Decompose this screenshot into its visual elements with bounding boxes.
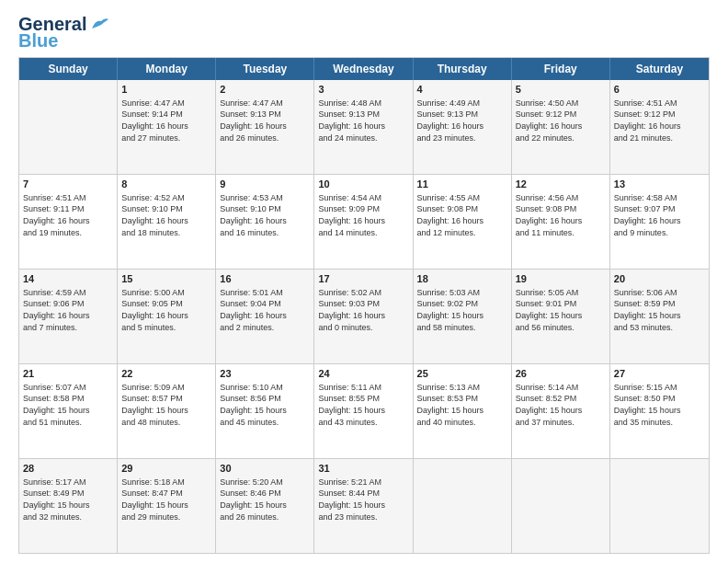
calendar-cell: 17Sunrise: 5:02 AM Sunset: 9:03 PM Dayli…: [314, 270, 413, 363]
calendar-header-day: Friday: [512, 58, 610, 80]
calendar-row: 28Sunrise: 5:17 AM Sunset: 8:49 PM Dayli…: [19, 459, 709, 553]
calendar-cell: 12Sunrise: 4:56 AM Sunset: 9:08 PM Dayli…: [512, 175, 610, 269]
day-info: Sunrise: 4:53 AM Sunset: 9:10 PM Dayligh…: [220, 192, 310, 238]
day-number: 12: [516, 178, 606, 191]
calendar-cell: 29Sunrise: 5:18 AM Sunset: 8:47 PM Dayli…: [118, 459, 216, 553]
day-info: Sunrise: 5:05 AM Sunset: 9:01 PM Dayligh…: [516, 287, 606, 333]
calendar-cell: [512, 459, 610, 553]
day-info: Sunrise: 4:49 AM Sunset: 9:13 PM Dayligh…: [417, 98, 507, 144]
day-info: Sunrise: 4:55 AM Sunset: 9:08 PM Dayligh…: [417, 192, 507, 238]
day-number: 31: [318, 462, 408, 476]
calendar-header: SundayMondayTuesdayWednesdayThursdayFrid…: [19, 58, 709, 80]
day-number: 26: [516, 367, 606, 381]
day-info: Sunrise: 5:21 AM Sunset: 8:44 PM Dayligh…: [318, 477, 408, 523]
calendar-cell: 3Sunrise: 4:48 AM Sunset: 9:13 PM Daylig…: [314, 80, 413, 174]
day-info: Sunrise: 5:14 AM Sunset: 8:52 PM Dayligh…: [516, 382, 606, 428]
calendar-cell: 24Sunrise: 5:11 AM Sunset: 8:55 PM Dayli…: [314, 364, 413, 458]
day-number: 17: [318, 272, 408, 286]
day-number: 4: [417, 83, 507, 97]
day-info: Sunrise: 4:47 AM Sunset: 9:13 PM Dayligh…: [220, 98, 310, 144]
calendar-cell: 28Sunrise: 5:17 AM Sunset: 8:49 PM Dayli…: [19, 459, 118, 553]
day-info: Sunrise: 4:52 AM Sunset: 9:10 PM Dayligh…: [121, 192, 211, 238]
day-number: 19: [516, 272, 606, 286]
calendar-cell: 13Sunrise: 4:58 AM Sunset: 9:07 PM Dayli…: [610, 175, 709, 269]
day-number: 24: [318, 367, 408, 381]
day-number: 2: [220, 83, 310, 97]
calendar-row: 21Sunrise: 5:07 AM Sunset: 8:58 PM Dayli…: [19, 364, 709, 459]
day-number: 7: [23, 178, 113, 191]
day-info: Sunrise: 5:10 AM Sunset: 8:56 PM Dayligh…: [220, 382, 310, 428]
calendar-cell: 2Sunrise: 4:47 AM Sunset: 9:13 PM Daylig…: [216, 80, 314, 174]
day-info: Sunrise: 5:18 AM Sunset: 8:47 PM Dayligh…: [121, 477, 211, 523]
calendar-cell: 18Sunrise: 5:03 AM Sunset: 9:02 PM Dayli…: [414, 270, 512, 363]
day-number: 5: [516, 83, 606, 97]
day-number: 6: [614, 83, 705, 97]
calendar-cell: 7Sunrise: 4:51 AM Sunset: 9:11 PM Daylig…: [19, 175, 118, 269]
calendar-header-day: Sunday: [19, 58, 118, 80]
calendar-cell: 4Sunrise: 4:49 AM Sunset: 9:13 PM Daylig…: [414, 80, 512, 174]
calendar-row: 14Sunrise: 4:59 AM Sunset: 9:06 PM Dayli…: [19, 270, 709, 364]
calendar-cell: 16Sunrise: 5:01 AM Sunset: 9:04 PM Dayli…: [216, 270, 314, 363]
calendar-cell: 11Sunrise: 4:55 AM Sunset: 9:08 PM Dayli…: [414, 175, 512, 269]
day-info: Sunrise: 5:13 AM Sunset: 8:53 PM Dayligh…: [417, 382, 507, 428]
logo: General Blue: [18, 15, 108, 50]
day-number: 25: [417, 367, 507, 381]
day-info: Sunrise: 5:11 AM Sunset: 8:55 PM Dayligh…: [318, 382, 408, 428]
day-info: Sunrise: 4:51 AM Sunset: 9:12 PM Dayligh…: [614, 98, 705, 144]
day-info: Sunrise: 4:58 AM Sunset: 9:07 PM Dayligh…: [614, 192, 705, 238]
day-number: 10: [318, 178, 408, 191]
day-info: Sunrise: 4:56 AM Sunset: 9:08 PM Dayligh…: [516, 192, 606, 238]
day-info: Sunrise: 5:17 AM Sunset: 8:49 PM Dayligh…: [23, 477, 113, 523]
calendar-cell: 1Sunrise: 4:47 AM Sunset: 9:14 PM Daylig…: [118, 80, 216, 174]
day-number: 21: [23, 367, 113, 381]
day-info: Sunrise: 5:00 AM Sunset: 9:05 PM Dayligh…: [121, 287, 211, 333]
day-info: Sunrise: 5:01 AM Sunset: 9:04 PM Dayligh…: [220, 287, 310, 333]
calendar: SundayMondayTuesdayWednesdayThursdayFrid…: [18, 57, 710, 554]
day-info: Sunrise: 4:47 AM Sunset: 9:14 PM Dayligh…: [121, 98, 211, 144]
calendar-header-day: Tuesday: [216, 58, 314, 80]
calendar-cell: 10Sunrise: 4:54 AM Sunset: 9:09 PM Dayli…: [314, 175, 413, 269]
day-info: Sunrise: 5:09 AM Sunset: 8:57 PM Dayligh…: [121, 382, 211, 428]
day-info: Sunrise: 5:07 AM Sunset: 8:58 PM Dayligh…: [23, 382, 113, 428]
day-number: 9: [220, 178, 310, 191]
page-header: General Blue: [18, 15, 710, 50]
day-number: 8: [121, 178, 211, 191]
logo-blue: Blue: [18, 31, 58, 50]
calendar-cell: 8Sunrise: 4:52 AM Sunset: 9:10 PM Daylig…: [118, 175, 216, 269]
day-info: Sunrise: 5:15 AM Sunset: 8:50 PM Dayligh…: [614, 382, 705, 428]
calendar-body: 1Sunrise: 4:47 AM Sunset: 9:14 PM Daylig…: [19, 80, 709, 553]
calendar-row: 1Sunrise: 4:47 AM Sunset: 9:14 PM Daylig…: [19, 80, 709, 175]
calendar-row: 7Sunrise: 4:51 AM Sunset: 9:11 PM Daylig…: [19, 175, 709, 270]
logo-bird-icon: [88, 16, 108, 32]
day-number: 20: [614, 272, 705, 286]
day-number: 18: [417, 272, 507, 286]
calendar-header-day: Saturday: [610, 58, 709, 80]
day-info: Sunrise: 4:50 AM Sunset: 9:12 PM Dayligh…: [516, 98, 606, 144]
day-number: 16: [220, 272, 310, 286]
day-number: 13: [614, 178, 705, 191]
calendar-cell: 14Sunrise: 4:59 AM Sunset: 9:06 PM Dayli…: [19, 270, 118, 363]
day-info: Sunrise: 4:51 AM Sunset: 9:11 PM Dayligh…: [23, 192, 113, 238]
day-number: 3: [318, 83, 408, 97]
day-number: 22: [121, 367, 211, 381]
day-number: 14: [23, 272, 113, 286]
calendar-cell: 15Sunrise: 5:00 AM Sunset: 9:05 PM Dayli…: [118, 270, 216, 363]
calendar-cell: 23Sunrise: 5:10 AM Sunset: 8:56 PM Dayli…: [216, 364, 314, 458]
day-info: Sunrise: 4:48 AM Sunset: 9:13 PM Dayligh…: [318, 98, 408, 144]
day-info: Sunrise: 4:54 AM Sunset: 9:09 PM Dayligh…: [318, 192, 408, 238]
calendar-cell: 21Sunrise: 5:07 AM Sunset: 8:58 PM Dayli…: [19, 364, 118, 458]
day-info: Sunrise: 5:06 AM Sunset: 8:59 PM Dayligh…: [614, 287, 705, 333]
day-number: 27: [614, 367, 705, 381]
calendar-cell: [610, 459, 709, 553]
day-number: 1: [121, 83, 211, 97]
day-info: Sunrise: 5:03 AM Sunset: 9:02 PM Dayligh…: [417, 287, 507, 333]
calendar-cell: 22Sunrise: 5:09 AM Sunset: 8:57 PM Dayli…: [118, 364, 216, 458]
calendar-cell: 6Sunrise: 4:51 AM Sunset: 9:12 PM Daylig…: [610, 80, 709, 174]
calendar-header-day: Monday: [118, 58, 216, 80]
calendar-cell: 26Sunrise: 5:14 AM Sunset: 8:52 PM Dayli…: [512, 364, 610, 458]
calendar-cell: 31Sunrise: 5:21 AM Sunset: 8:44 PM Dayli…: [314, 459, 413, 553]
day-number: 30: [220, 462, 310, 476]
calendar-header-day: Wednesday: [314, 58, 413, 80]
day-info: Sunrise: 4:59 AM Sunset: 9:06 PM Dayligh…: [23, 287, 113, 333]
calendar-cell: 9Sunrise: 4:53 AM Sunset: 9:10 PM Daylig…: [216, 175, 314, 269]
